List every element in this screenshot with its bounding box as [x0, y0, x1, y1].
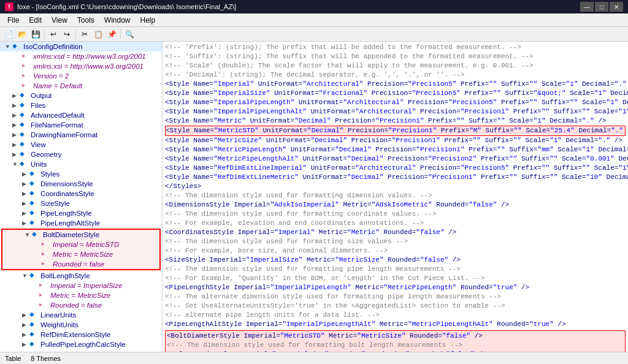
tree-panel[interactable]: ▼ ◆ IsoConfigDefinition ▸ xmlns:xsd = ht… — [0, 42, 163, 352]
title-text: foxe - [IsoConfig.xml C:\Users\cdowning\… — [17, 3, 236, 10]
xml-line: <Style Name="Metric" UnitFormat="Decimal… — [165, 116, 626, 126]
element-icon: ◆ — [20, 131, 29, 139]
expand-arrow: ▼ — [25, 232, 32, 238]
bolt-highlight-box: <BoltDiameterStyle Imperial="MetricSTD" … — [165, 330, 626, 352]
tree-item-view[interactable]: ▶ ◆ View — [0, 140, 162, 150]
menu-edit[interactable]: Edit — [24, 13, 47, 26]
element-icon: ◆ — [20, 140, 29, 149]
tree-attrib-bolt-rounded[interactable]: ▸ Rounded = false — [2, 259, 159, 269]
menu-tools[interactable]: Tools — [72, 13, 99, 26]
xml-line: <Style Name="MetricSize" UnitFormat="Dec… — [165, 136, 626, 145]
tree-label: DrawingNameFormat — [31, 131, 98, 138]
tree-item-isoconfigdefinition[interactable]: ▼ ◆ IsoConfigDefinition — [0, 42, 162, 51]
tree-item-refdimextensionstyle[interactable]: ▶ ◆ RefDimExtensionStyle — [0, 330, 162, 339]
tree-item-geometry[interactable]: ▶ ◆ Geometry — [0, 150, 162, 159]
tree-label: Output — [31, 92, 52, 99]
element-icon: ◆ — [20, 111, 29, 119]
cut-button[interactable]: ✂ — [78, 28, 91, 40]
xml-line: <Style Name="MetricPipeLength" UnitForma… — [165, 145, 626, 154]
tree-attrib-xmlns-xsi[interactable]: ▸ xmlns:xsi = http://www.w3.org/2001 — [0, 61, 162, 71]
copy-button[interactable]: 📋 — [92, 28, 104, 40]
menu-file[interactable]: File — [2, 13, 24, 26]
attrib-icon: ▸ — [39, 291, 49, 300]
status-bar: Table 8 Themes — [0, 352, 628, 364]
tree-item-boltdiameterstyle[interactable]: ▼ ◆ BoltDiameterStyle — [2, 230, 159, 240]
expand-arrow: ▶ — [22, 312, 29, 318]
xml-line: <!-- 'Decimal': (string); The decimal se… — [165, 70, 626, 80]
tree-item-coordinatesstyle[interactable]: ▶ ◆ CoordinatesStyle — [0, 189, 162, 199]
close-button[interactable]: ✕ — [610, 2, 623, 12]
tree-item-pipelengthaltstyle[interactable]: ▶ ◆ PipeLengthAltStyle — [0, 218, 162, 228]
element-icon: ◆ — [20, 101, 29, 110]
expand-arrow: ▶ — [12, 112, 20, 118]
tree-attrib-boltlen-metric[interactable]: ▸ Metric = MetricSize — [0, 290, 162, 300]
tree-item-styles[interactable]: ▶ ◆ Styles — [0, 169, 162, 179]
tree-item-output[interactable]: ▶ ◆ Output — [0, 91, 162, 100]
tree-item-linearunits[interactable]: ▶ ◆ LinearUnits — [0, 310, 162, 320]
menu-help[interactable]: Help — [136, 13, 161, 26]
tree-attrib-name[interactable]: ▸ Name = Default — [0, 81, 162, 91]
element-icon: ◆ — [20, 160, 29, 169]
tree-item-units[interactable]: ▼ ◆ Units — [0, 159, 162, 169]
tree-attrib-bolt-metric[interactable]: ▸ Metric = MetricSize — [2, 249, 159, 259]
xml-line: <!-- 'Suffix': (string); The suffix that… — [165, 52, 626, 61]
expand-arrow: ▶ — [12, 132, 20, 138]
tree-label: Skew — [31, 351, 48, 352]
menu-window[interactable]: Window — [99, 13, 136, 26]
xml-panel[interactable]: <!-- 'Prefix': (string); The prefix that… — [163, 42, 628, 352]
tree-item-pipelengthstyle[interactable]: ▶ ◆ PipeLengthStyle — [0, 208, 162, 218]
xml-line: <SizeStyle Imperial="ImperialSize" Metri… — [165, 256, 626, 265]
toolbar-separator-1 — [44, 29, 45, 39]
xml-line: <!-- alternate pipe length units for a d… — [165, 311, 626, 320]
tree-label: SizeStyle — [40, 200, 70, 207]
maximize-button[interactable]: □ — [595, 2, 608, 12]
main-layout: ▼ ◆ IsoConfigDefinition ▸ xmlns:xsd = ht… — [0, 42, 628, 352]
tree-item-files[interactable]: ▶ ◆ Files — [0, 100, 162, 110]
attrib-icon: ▸ — [22, 62, 32, 70]
boltdiameterstyle-group: ▼ ◆ BoltDiameterStyle ▸ Imperial = Metri… — [1, 229, 161, 270]
tree-item-pulledpipe[interactable]: ▶ ◆ PulledPipeLengthCalcStyle — [0, 339, 162, 349]
tree-label: View — [31, 141, 46, 148]
element-icon: ◆ — [20, 150, 29, 159]
xml-line: <PipeLengthAltStyle Imperial="ImperialPi… — [165, 320, 626, 329]
undo-button[interactable]: ↩ — [47, 28, 59, 40]
menu-view[interactable]: View — [47, 13, 72, 26]
tree-item-boltlengthstyle[interactable]: ▼ ◆ BoltLengthStyle — [0, 271, 162, 281]
expand-arrow: ▶ — [12, 122, 20, 128]
tree-label: PipeLengthAltStyle — [40, 219, 100, 227]
tree-label: Imperial = ImperialSize — [50, 282, 122, 289]
tree-item-filenameformat[interactable]: ▶ ◆ FileNameFormat — [0, 120, 162, 130]
tree-attrib-bolt-imperial[interactable]: ▸ Imperial = MetricSTD — [2, 240, 159, 249]
tree-item-skew[interactable]: ▶ ◆ Skew — [0, 349, 162, 352]
tree-label: DimensionsStyle — [40, 180, 93, 188]
tree-label: Metric = MetricSize — [50, 292, 110, 299]
title-bar: f foxe - [IsoConfig.xml C:\Users\cdownin… — [0, 0, 628, 13]
tree-attrib-boltlen-imperial[interactable]: ▸ Imperial = ImperialSize — [0, 281, 162, 290]
tree-attrib-boltlen-rounded[interactable]: ▸ Rounded = false — [0, 300, 162, 310]
save-button[interactable]: 💾 — [29, 28, 42, 40]
expand-arrow: ▶ — [22, 210, 29, 216]
element-icon: ◆ — [29, 180, 39, 188]
tree-attrib-version[interactable]: ▸ Version = 2 — [0, 71, 162, 81]
tree-attrib-xmlns-xsd[interactable]: ▸ xmlns:xsd = http://www.w3.org/2001 — [0, 51, 162, 61]
tree-item-sizestyle[interactable]: ▶ ◆ SizeStyle — [0, 199, 162, 208]
window-controls[interactable]: — □ ✕ — [580, 2, 623, 12]
attrib-icon: ▸ — [39, 281, 49, 290]
minimize-button[interactable]: — — [580, 2, 594, 12]
tree-item-weightunits[interactable]: ▶ ◆ WeightUnits — [0, 320, 162, 330]
expand-arrow: ▶ — [22, 191, 29, 197]
paste-button[interactable]: 📌 — [105, 28, 118, 40]
expand-arrow: ▶ — [22, 322, 29, 328]
new-button[interactable]: 📄 — [2, 28, 15, 40]
redo-button[interactable]: ↪ — [61, 28, 73, 40]
xml-line: <!-- For example, elevation and end coor… — [165, 219, 626, 228]
toolbar: 📄 📂 💾 ↩ ↪ ✂ 📋 📌 🔍 — [0, 27, 628, 42]
tree-label: Geometry — [31, 151, 62, 158]
find-button[interactable]: 🔍 — [123, 28, 136, 40]
tree-item-advanceddefault[interactable]: ▶ ◆ AdvancedDefault — [0, 110, 162, 120]
element-icon: ◆ — [29, 219, 39, 227]
tree-item-dimensionsstyle[interactable]: ▶ ◆ DimensionsStyle — [0, 179, 162, 189]
element-icon: ◆ — [20, 121, 29, 129]
tree-item-drawingnameformat[interactable]: ▶ ◆ DrawingNameFormat — [0, 130, 162, 140]
open-button[interactable]: 📂 — [16, 28, 28, 40]
